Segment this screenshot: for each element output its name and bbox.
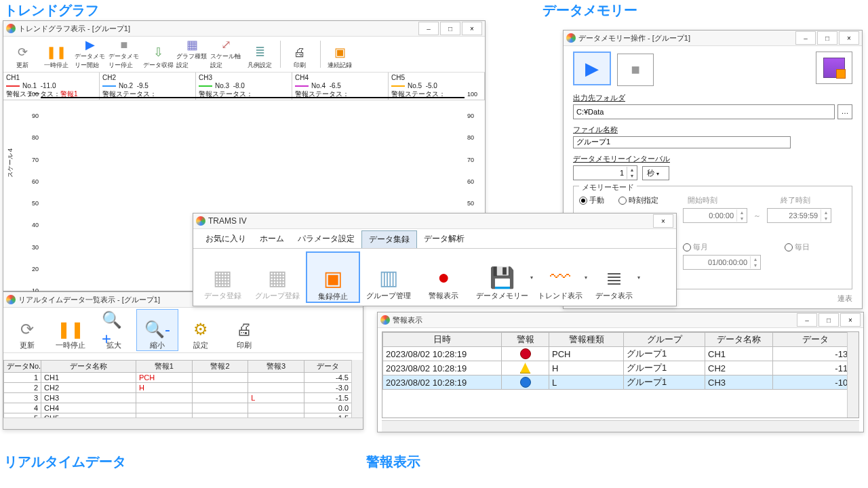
toolbar-設定[interactable]: ⚙設定: [180, 309, 222, 351]
yaxis-left-label: スケール４: [6, 147, 15, 178]
dm-title: データメモリー操作 - [グループ1]: [578, 33, 690, 43]
start-time-spinner[interactable]: ▴▾: [683, 208, 747, 223]
table-row[interactable]: 2023/08/02 10:28:19PCHグループ1CH1-13.1: [383, 347, 859, 361]
alarm-severity-icon: [520, 348, 531, 359]
toolbar-icon: ▦: [183, 37, 201, 52]
section-label-trend: トレンドグラフ: [4, 1, 99, 20]
horizontal-scrollbar[interactable]: [3, 418, 363, 429]
column-header[interactable]: 警報1: [136, 361, 193, 373]
column-header[interactable]: 警報: [502, 333, 549, 347]
tab-データ解析[interactable]: データ解析: [417, 230, 471, 248]
toolbar-更新[interactable]: ⟳更新: [6, 38, 39, 70]
table-row[interactable]: 2023/08/02 10:28:19Hグループ1CH2-11.6: [383, 361, 859, 375]
trams-tabs: お気に入りホームパラメータ設定データ集録データ解析: [193, 229, 676, 248]
series-color-icon: [199, 85, 212, 87]
toolbar-凡例設定[interactable]: ≣凡例設定: [243, 38, 276, 70]
toolbar-印刷[interactable]: 🖨印刷: [283, 38, 316, 70]
toolbar-連続記録[interactable]: ▣連続記録: [323, 38, 356, 70]
toolbar-icon: ⤢: [217, 37, 235, 52]
out-folder-input[interactable]: [573, 104, 835, 119]
tab-お気に入り[interactable]: お気に入り: [199, 230, 253, 248]
ribbon-集録停止[interactable]: ▣集録停止: [306, 251, 360, 303]
tab-ホーム[interactable]: ホーム: [253, 230, 291, 248]
toolbar-データメモリー開始[interactable]: ▶データメモリー開始: [74, 38, 106, 70]
ribbon-icon: ▦: [264, 264, 291, 291]
toolbar-icon: 🔍+: [102, 319, 126, 340]
table-row[interactable]: 3CH3L-1.5: [4, 393, 363, 403]
alarm-table[interactable]: 日時警報警報種類グループデータ名称データ 2023/08/02 10:28:19…: [382, 332, 859, 390]
toolbar-icon: ▣: [331, 43, 349, 61]
mode-timed-radio[interactable]: 時刻指定: [618, 196, 658, 204]
close-button[interactable]: ×: [839, 31, 859, 45]
ribbon-警報表示[interactable]: ●警報表示: [417, 251, 470, 302]
file-name-input[interactable]: [573, 136, 791, 148]
end-time-spinner[interactable]: ▴▾: [767, 208, 831, 223]
table-row[interactable]: 1CH1PCH-4.5: [4, 373, 363, 383]
column-header[interactable]: データ名称: [41, 361, 136, 373]
column-header[interactable]: 警報2: [192, 361, 248, 373]
close-button[interactable]: ×: [653, 214, 673, 228]
interval-spinner[interactable]: ▴▾: [573, 165, 637, 180]
dm-save-button[interactable]: [816, 52, 852, 84]
toolbar-icon: ⟳: [14, 43, 31, 61]
tab-パラメータ設定[interactable]: パラメータ設定: [291, 230, 361, 248]
alarm-titlebar[interactable]: 警報表示 – □ ×: [378, 312, 863, 328]
interval-unit-select[interactable]: 秒 ▾: [642, 166, 669, 180]
table-row[interactable]: 2023/08/02 10:28:19Lグループ1CH3-10.1: [383, 375, 859, 390]
toolbar-印刷[interactable]: 🖨印刷: [223, 309, 265, 351]
time-range-tilde: ～: [753, 211, 761, 220]
maximize-button[interactable]: □: [817, 31, 837, 45]
column-header[interactable]: データ名称: [705, 333, 773, 347]
close-button[interactable]: ×: [462, 22, 482, 35]
table-row[interactable]: 2CH2H-3.0: [4, 383, 363, 393]
toolbar-データ収得[interactable]: ⇩データ収得: [142, 38, 174, 70]
toolbar-縮小[interactable]: 🔍-縮小: [136, 309, 178, 351]
realtime-table[interactable]: データNo.データ名称警報1警報2警報3データ 1CH1PCH-4.52CH2H…: [3, 360, 363, 418]
dropdown-icon[interactable]: ▾: [637, 274, 640, 281]
monthly-time-spinner[interactable]: ▴▾: [683, 255, 761, 270]
table-row[interactable]: 4CH40.0: [4, 403, 363, 413]
vertical-scrollbar[interactable]: [847, 332, 859, 418]
toolbar-更新[interactable]: ⟳更新: [6, 309, 48, 351]
toolbar-icon: ▶: [81, 37, 99, 52]
ribbon-データ表示[interactable]: ≣データ表示: [587, 251, 640, 302]
minimize-button[interactable]: –: [795, 31, 816, 45]
minimize-button[interactable]: –: [797, 313, 817, 327]
trend-plot[interactable]: [41, 97, 465, 98]
horizontal-scrollbar[interactable]: [382, 420, 859, 432]
toolbar-スケール軸設定[interactable]: ⤢スケール軸設定: [210, 38, 242, 70]
column-header[interactable]: 日時: [383, 333, 502, 347]
daily-radio[interactable]: 毎日: [785, 243, 810, 251]
minimize-button[interactable]: –: [418, 22, 439, 35]
column-header[interactable]: データ: [304, 361, 352, 373]
tab-データ集録[interactable]: データ集録: [361, 230, 417, 248]
column-header[interactable]: データNo.: [4, 361, 41, 373]
trend-titlebar[interactable]: トレンドグラフ表示 - [グループ1] – □ ×: [3, 21, 485, 37]
mode-manual-radio[interactable]: 手動: [579, 196, 604, 204]
vertical-scrollbar[interactable]: [351, 360, 363, 418]
ribbon-データメモリー[interactable]: 💾データメモリー: [471, 251, 533, 302]
column-header[interactable]: グループ: [624, 333, 705, 347]
monthly-radio[interactable]: 毎月: [683, 243, 708, 251]
series-color-icon: [102, 85, 116, 87]
column-header[interactable]: データ: [773, 333, 859, 347]
ribbon-グループ管理[interactable]: ▥グループ管理: [361, 251, 416, 302]
dm-titlebar[interactable]: データメモリー操作 - [グループ1] – □ ×: [564, 30, 862, 46]
dm-start-button[interactable]: ▶: [573, 52, 611, 85]
column-header[interactable]: 警報3: [248, 361, 304, 373]
dm-stop-button[interactable]: ■: [617, 54, 654, 86]
toolbar-拡大[interactable]: 🔍+拡大: [93, 309, 135, 351]
browse-folder-button[interactable]: …: [837, 104, 852, 119]
column-header[interactable]: 警報種類: [549, 333, 624, 347]
ribbon-トレンド表示[interactable]: 〰トレンド表示: [533, 251, 587, 302]
toolbar-一時停止[interactable]: ❚❚一時停止: [50, 309, 92, 351]
toolbar-データメモリー停止[interactable]: ■データメモリー停止: [108, 38, 140, 70]
maximize-button[interactable]: □: [818, 313, 839, 327]
close-button[interactable]: ×: [840, 313, 861, 327]
interval-label: データメモリーインターバル: [573, 154, 852, 164]
maximize-button[interactable]: □: [440, 22, 460, 35]
toolbar-グラフ種類設定[interactable]: ▦グラフ種類設定: [176, 38, 208, 70]
toolbar-一時停止[interactable]: ❚❚一時停止: [40, 38, 73, 70]
section-label-realtime: リアルタイムデータ: [4, 453, 126, 471]
trams-titlebar[interactable]: TRAMS IV ×: [193, 214, 676, 229]
